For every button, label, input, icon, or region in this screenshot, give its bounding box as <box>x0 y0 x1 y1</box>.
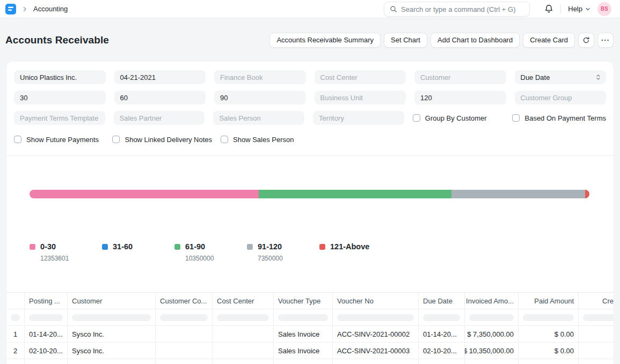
column-filter-credi <box>579 309 614 325</box>
filter-120[interactable]: 120 <box>414 91 506 105</box>
column-header-credi[interactable]: Credi... <box>579 293 614 309</box>
column-filter-input[interactable] <box>278 314 328 321</box>
column-filter-customer-co <box>156 309 213 325</box>
more-menu-button[interactable]: ··· <box>597 33 614 48</box>
legend-head-31-60: 31-60 <box>102 242 174 251</box>
chart-legend: 0-301235360131-6061-901035000091-1207350… <box>30 242 392 262</box>
legend-head-0-30: 0-30 <box>30 242 102 251</box>
cell-paid-amount: $ 0.00 <box>519 359 579 364</box>
column-filter-input[interactable] <box>11 314 20 321</box>
checkbox-based-on-payment-terms[interactable]: Based On Payment Terms <box>512 111 606 125</box>
column-header-customer-co[interactable]: Customer Co... <box>156 293 213 309</box>
refresh-button[interactable] <box>578 33 594 48</box>
filter-30[interactable]: 30 <box>14 91 106 105</box>
column-header-due-date[interactable]: Due Date <box>419 293 465 309</box>
bar-segment-91-120[interactable] <box>451 190 585 198</box>
table-row-2[interactable]: 202-10-20...Sysco Inc.Sales InvoiceACC-S… <box>6 343 614 359</box>
cell-posting: 03-04-20... <box>25 359 68 364</box>
accounts-receivable-summary-button[interactable]: Accounts Receivable Summary <box>269 33 381 48</box>
column-filter-input[interactable] <box>29 314 63 321</box>
set-chart-button[interactable]: Set Chart <box>384 33 427 48</box>
legend-item-121-above: 121-Above <box>319 242 392 262</box>
filter-finance-book[interactable]: Finance Book <box>214 70 306 84</box>
checkbox-box-group-by-customer[interactable] <box>413 114 420 122</box>
bar-segment-61-90[interactable] <box>259 190 452 198</box>
column-header-paid-amount[interactable]: Paid Amount <box>519 293 579 309</box>
breadcrumb[interactable]: Accounting <box>33 5 68 13</box>
column-header-posting[interactable]: Posting ... <box>25 293 68 309</box>
table-row-3[interactable]: 303-04-20...Sysco Inc.Sales InvoiceACC-S… <box>6 359 614 364</box>
create-card-button[interactable]: Create Card <box>523 33 575 48</box>
bar-segment-121-above[interactable] <box>585 190 589 198</box>
checkbox-label-show-future-payments: Show Future Payments <box>26 136 99 144</box>
checkbox-box-based-on-payment-terms[interactable] <box>512 114 520 122</box>
erpnext-logo-icon[interactable] <box>5 4 16 14</box>
checkbox-box-show-future-payments[interactable] <box>14 136 21 143</box>
help-menu[interactable]: Help <box>568 5 590 13</box>
checkbox-show-future-payments[interactable]: Show Future Payments <box>14 136 104 143</box>
page-title: Accounts Receivable <box>5 34 109 46</box>
checkbox-show-sales-person[interactable]: Show Sales Person <box>221 136 310 143</box>
filter-section: Unico Plastics Inc.04-21-2021Finance Boo… <box>6 62 614 156</box>
table-row-1[interactable]: 101-14-20...Sysco Inc.Sales InvoiceACC-S… <box>6 326 614 343</box>
notifications-bell-icon[interactable] <box>544 4 553 13</box>
column-filter-posting <box>25 309 68 325</box>
checkbox-show-linked-delivery-notes[interactable]: Show Linked Delivery Notes <box>112 136 212 143</box>
checkbox-box-show-linked-delivery-notes[interactable] <box>112 136 120 143</box>
column-filter-input[interactable] <box>469 314 514 321</box>
column-filter-input[interactable] <box>72 314 151 321</box>
legend-head-121-above: 121-Above <box>319 242 392 251</box>
legend-label-91-120: 91-120 <box>258 242 282 251</box>
checkbox-box-show-sales-person[interactable] <box>221 136 228 143</box>
filter-payment-terms-template[interactable]: Payment Terms Template <box>14 111 105 125</box>
filter-04-21-2021[interactable]: 04-21-2021 <box>114 70 206 84</box>
column-filter-input[interactable] <box>217 314 269 321</box>
filter-sales-person[interactable]: Sales Person <box>213 111 304 125</box>
table-header-row: Posting ...CustomerCustomer Co...Cost Ce… <box>6 293 614 309</box>
column-header-customer[interactable]: Customer <box>68 293 156 309</box>
column-header-voucher-type[interactable]: Voucher Type <box>274 293 333 309</box>
column-filter-input[interactable] <box>523 314 574 321</box>
filter-business-unit[interactable]: Business Unit <box>315 91 406 105</box>
column-header-rownum[interactable] <box>6 293 25 309</box>
aging-percentage-bar <box>30 190 589 198</box>
column-filter-input[interactable] <box>583 314 614 321</box>
filter-90[interactable]: 90 <box>214 91 306 105</box>
bar-segment-0-30[interactable] <box>30 190 259 198</box>
filter-due-date[interactable]: Due Date <box>515 70 607 84</box>
filter-customer-group[interactable]: Customer Group <box>515 91 607 105</box>
filter-territory[interactable]: Territory <box>313 111 404 125</box>
filter-customer[interactable]: Customer <box>414 70 506 84</box>
legend-swatch-61-90 <box>174 244 180 250</box>
page-header: Accounts Receivable Accounts Receivable … <box>0 18 620 62</box>
filter-cost-center[interactable]: Cost Center <box>315 70 406 84</box>
cell-rownum: 1 <box>6 326 25 342</box>
filter-row-2: 306090Business Unit120Customer Group <box>14 91 606 105</box>
cell-paid-amount: $ 0.00 <box>519 326 579 342</box>
legend-label-0-30: 0-30 <box>40 242 56 251</box>
select-caret-icon <box>595 74 601 82</box>
column-filter-input[interactable] <box>423 314 460 321</box>
global-search-input[interactable]: Search or type a command (Ctrl + G) <box>384 2 530 17</box>
filter-row-1: Unico Plastics Inc.04-21-2021Finance Boo… <box>14 70 606 84</box>
column-header-cost-center[interactable]: Cost Center <box>213 293 274 309</box>
filter-unico-plastics-inc[interactable]: Unico Plastics Inc. <box>14 70 106 84</box>
column-header-voucher-no[interactable]: Voucher No <box>333 293 419 309</box>
add-chart-to-dashboard-button[interactable]: Add Chart to Dashboard <box>431 33 520 48</box>
cell-rownum: 3 <box>6 359 25 364</box>
column-header-invoiced-amo[interactable]: Invoiced Amo... <box>465 293 519 309</box>
cell-cost-center <box>213 343 274 359</box>
filter-row-3: Payment Terms TemplateSales PartnerSales… <box>14 111 606 125</box>
cell-voucher-type: Sales Invoice <box>274 326 333 342</box>
filter-60[interactable]: 60 <box>114 91 206 105</box>
checkbox-group-by-customer[interactable]: Group By Customer <box>413 111 504 125</box>
cell-credi <box>579 343 614 359</box>
column-filter-input[interactable] <box>160 314 208 321</box>
cell-voucher-type: Sales Invoice <box>274 359 333 364</box>
user-avatar[interactable]: BS <box>597 2 611 16</box>
column-filter-rownum <box>6 309 25 325</box>
filter-sales-partner[interactable]: Sales Partner <box>114 111 205 125</box>
legend-item-31-60: 31-60 <box>102 242 174 262</box>
legend-value-91-120: 7350000 <box>258 255 319 262</box>
column-filter-input[interactable] <box>337 314 414 321</box>
